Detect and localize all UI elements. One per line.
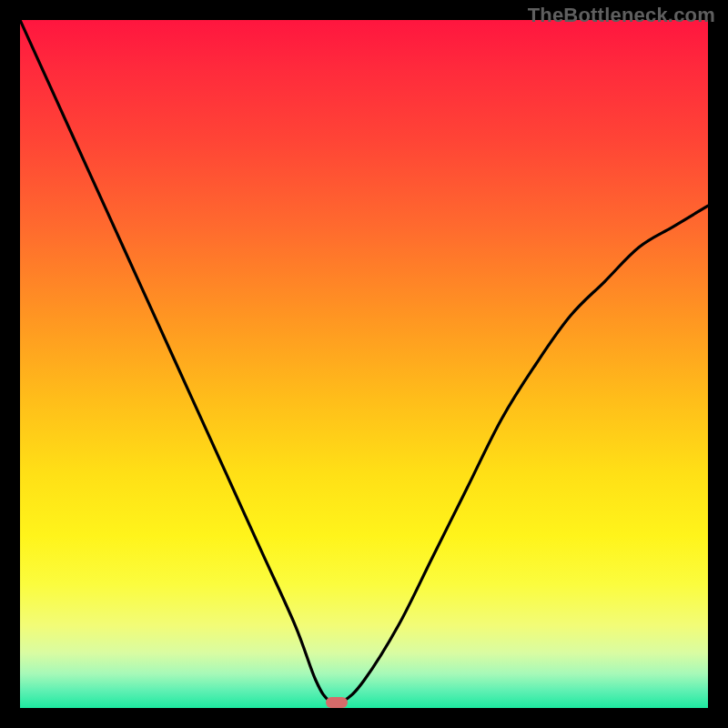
chart-frame: TheBottleneck.com <box>0 0 728 728</box>
watermark-text: TheBottleneck.com <box>528 4 715 27</box>
bottleneck-curve <box>20 20 708 708</box>
plot-area <box>20 20 708 708</box>
minimum-marker <box>326 697 348 708</box>
